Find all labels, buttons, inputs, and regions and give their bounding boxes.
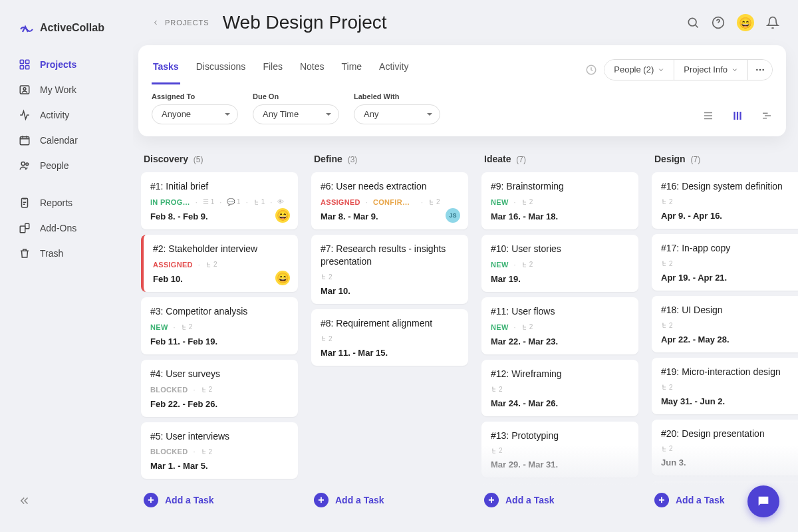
task-card[interactable]: #6: User needs extraction ASSIGNED·CONFI…	[311, 172, 468, 229]
card-meta: 2	[661, 260, 798, 267]
status-badge: NEW	[491, 323, 509, 331]
nav-reports-icon	[19, 197, 31, 209]
filter-assigned-to: Assigned To Anyone	[152, 92, 238, 124]
subtask-icon: 2	[521, 198, 533, 205]
status-badge: ASSIGNED	[321, 198, 360, 206]
card-title: #8: Requirement alignment	[321, 317, 459, 330]
tab-tasks[interactable]: Tasks	[152, 55, 180, 84]
nav-activity[interactable]: Activity	[0, 102, 133, 128]
nav-my-work[interactable]: My Work	[0, 77, 133, 102]
card-date: Apr 22. - May 28.	[661, 334, 798, 344]
subtask-icon: 2	[201, 448, 213, 456]
card-date: Mar 11. - Mar 15.	[321, 348, 459, 358]
clock-icon[interactable]	[585, 64, 597, 76]
kanban-board: Discovery (5) #1: Initial brief IN PROG……	[133, 136, 798, 529]
column-count: (7)	[691, 155, 701, 164]
add-task-button[interactable]: +Add a Task	[311, 485, 468, 515]
card-date: Jun 3.	[661, 458, 798, 467]
view-board-icon[interactable]	[732, 110, 743, 122]
task-card[interactable]: #5: User interviews BLOCKED· 2 Mar 1. - …	[141, 422, 298, 479]
tab-time[interactable]: Time	[340, 55, 364, 84]
nav-trash[interactable]: Trash	[0, 241, 133, 266]
subtask-icon: 2	[521, 261, 533, 268]
tab-files[interactable]: Files	[261, 55, 284, 84]
due-on-select[interactable]: Any Time	[253, 104, 339, 124]
filter-labeled-with: Labeled With Any	[354, 92, 440, 124]
card-title: #16: Design system definition	[661, 180, 798, 193]
task-card[interactable]: #7: Research results - insights presenta…	[311, 235, 468, 304]
task-card[interactable]: #8: Requirement alignment 2 Mar 11. - Ma…	[311, 309, 468, 366]
task-card[interactable]: #4: User surveys BLOCKED· 2 Feb 22. - Fe…	[141, 360, 298, 417]
project-info-dropdown[interactable]: Project Info	[674, 60, 747, 80]
tab-notes[interactable]: Notes	[299, 55, 326, 84]
add-task-label: Add a Task	[165, 495, 214, 505]
task-card[interactable]: #9: Brainstorming NEW· 2 Mar 16. - Mar 1…	[481, 172, 638, 229]
nav-projects-icon	[19, 59, 31, 70]
card-date: Feb 22. - Feb 26.	[150, 399, 289, 409]
task-card[interactable]: #16: Design system definition 2 Apr 9. -…	[652, 172, 798, 229]
nav-calendar[interactable]: Calendar	[0, 128, 133, 153]
nav-projects[interactable]: Projects	[0, 52, 133, 77]
card-meta: NEW· 2	[491, 323, 629, 331]
bell-icon[interactable]	[766, 16, 779, 29]
tab-discussions[interactable]: Discussions	[195, 55, 247, 84]
task-card[interactable]: #11: User flows NEW· 2 Mar 22. - Mar 23.	[481, 297, 638, 354]
svg-point-7	[21, 162, 25, 165]
task-card[interactable]: #12: Wireframing 2 Mar 24. - Mar 26.	[481, 360, 638, 416]
svg-rect-11	[25, 223, 29, 229]
tab-activity[interactable]: Activity	[378, 55, 410, 84]
add-task-button[interactable]: +Add a Task	[481, 485, 638, 515]
card-date: Mar 10.	[321, 286, 459, 296]
task-card[interactable]: #19: Micro-interaction design 2 May 31. …	[652, 358, 798, 414]
assignee-avatar: 😄	[275, 208, 290, 223]
card-meta: BLOCKED· 2	[150, 448, 289, 456]
column-header: Design (7)	[652, 150, 798, 172]
people-dropdown[interactable]: People (2)	[604, 60, 674, 80]
task-card[interactable]: #10: User stories NEW· 2 Mar 19.	[481, 235, 638, 292]
sidebar-collapse-button[interactable]	[0, 483, 133, 519]
task-card[interactable]: #17: In-app copy 2 Apr 19. - Apr 21.	[652, 234, 798, 291]
task-card[interactable]: #18: UI Design 2 Apr 22. - May 28.	[652, 296, 798, 352]
card-date: Mar 8. - Mar 9.	[321, 211, 459, 221]
card-title: #20: Design presentation	[661, 428, 798, 440]
nav-addons[interactable]: Add-Ons	[0, 215, 133, 241]
chat-fab[interactable]	[747, 485, 779, 517]
nav-reports[interactable]: Reports	[0, 190, 133, 215]
nav-label: People	[40, 160, 69, 171]
card-date: Feb 11. - Feb 19.	[150, 336, 289, 346]
nav-activity-icon	[19, 109, 31, 121]
nav-label: Calendar	[40, 135, 78, 146]
sidebar: ActiveCollab ProjectsMy WorkActivityCale…	[0, 0, 133, 532]
labeled-with-select[interactable]: Any	[354, 104, 440, 124]
help-icon[interactable]	[712, 16, 725, 29]
assignee-avatar: 😄	[275, 271, 290, 285]
task-card[interactable]: #3: Competitor analysis NEW· 2 Feb 11. -…	[141, 297, 298, 354]
logo[interactable]: ActiveCollab	[0, 13, 133, 52]
user-avatar[interactable]: 😄	[737, 14, 754, 31]
comment-icon: 💬 1	[227, 198, 240, 205]
subtask-icon: 2	[321, 273, 332, 281]
filter-label: Labeled With	[354, 92, 440, 100]
breadcrumb[interactable]: PROJECTS	[152, 19, 209, 27]
add-task-button[interactable]: +Add a Task	[141, 485, 298, 515]
task-card[interactable]: #20: Design presentation 2 Jun 3.	[652, 420, 798, 476]
overflow-menu-button[interactable]	[747, 60, 772, 80]
view-list-icon[interactable]	[702, 110, 714, 122]
subtask-icon: 2	[491, 386, 503, 393]
task-card[interactable]: #2: Stakeholder interview ASSIGNED· 2 Fe…	[141, 235, 298, 292]
task-card[interactable]: #1: Initial brief IN PROG…·☰ 1·💬 1· 1·👁 …	[141, 172, 298, 229]
assigned-to-select[interactable]: Anyone	[152, 104, 238, 124]
task-card[interactable]: #14: Usability testing	[481, 483, 638, 485]
task-card[interactable]: #13: Prototyping 2 Mar 29. - Mar 31.	[481, 422, 638, 478]
nav-label: Trash	[40, 248, 63, 259]
status-badge: ASSIGNED	[153, 261, 193, 269]
card-meta: 2	[661, 198, 798, 205]
card-meta: ASSIGNED·CONFIRM…· 2	[321, 198, 459, 206]
column-ideate: Ideate (7) #9: Brainstorming NEW· 2 Mar …	[481, 150, 638, 515]
status-badge: BLOCKED	[150, 386, 188, 394]
view-timeline-icon[interactable]	[761, 110, 773, 122]
task-card[interactable]: #21: Client feedback	[652, 481, 798, 485]
search-icon[interactable]	[686, 16, 700, 29]
nav-people[interactable]: People	[0, 153, 133, 178]
nav-label: Activity	[40, 110, 69, 120]
